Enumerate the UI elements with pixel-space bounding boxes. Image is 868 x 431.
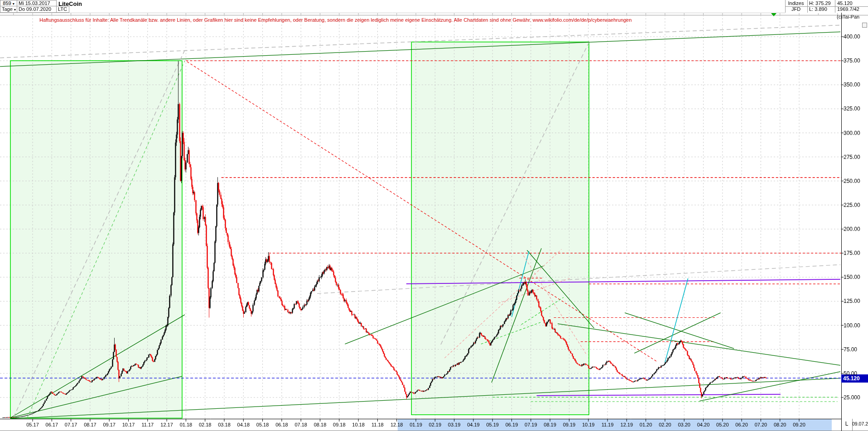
x-axis-label: 01.20 [640,422,652,427]
low-indicator-label: L [841,421,852,427]
y-axis-label: 25.000 [844,394,860,401]
period-select[interactable]: Tage ▾ [0,6,17,13]
x-axis-label: 03.20 [678,422,690,427]
x-axis-label: 04.20 [697,422,710,427]
range-info-label: 1969.7/42 [837,6,859,12]
x-axis-label: 07.19 [525,422,537,427]
y-axis-label: 300.00 [844,130,860,136]
y-axis-label: 100.00 [844,322,860,329]
copyright-label: (c)Tai-Pan [837,14,859,20]
date-to: Do 09.07.2020 [17,6,57,13]
instrument-title: LiteCoin [58,1,82,7]
x-axis-label: 10.17 [122,422,135,427]
x-axis-label: 12.18 [391,422,403,427]
x-axis-label: 09.17 [103,422,116,427]
x-axis-label: 11.19 [602,422,614,427]
x-axis-label: 05.19 [486,422,499,427]
y-axis-label: 375.00 [844,57,860,64]
indizes-label: Indizes [785,0,807,6]
x-axis-label: 08.19 [544,422,556,427]
period-high-label: H: 375.29 [809,0,831,6]
bars-count-select[interactable]: 859 ▾ [0,0,17,6]
y-axis-label: 275.00 [844,154,860,160]
disclaimer-text: Haftungsausschluss für Inhalte: Alle Tre… [39,17,632,23]
current-position-marker-icon[interactable] [771,13,776,16]
chart-window: 859 ▾ Tage ▾ Mi 15.03.2017 Do 09.07.2020… [0,0,868,431]
x-axis-label: 03.19 [448,422,461,427]
x-axis-label: 04.18 [237,422,250,427]
x-axis-label: 06.19 [506,422,518,427]
chevron-down-icon: ▾ [13,2,14,6]
y-axis-label: 175.00 [844,250,860,256]
y-axis-label: 250.00 [844,178,860,184]
last-price-header: 45.120 [837,0,853,6]
x-axis-label: 09.20 [793,422,805,427]
x-axis-label: 06.18 [275,422,288,427]
x-axis-label: 10.19 [582,422,595,427]
y-axis-label: 50.00 [844,370,857,377]
x-axis-label: 05.17 [26,422,39,427]
datafeed-label: JFD [785,6,807,12]
x-axis-label: 11.17 [141,422,154,427]
x-axis-label: 06.20 [735,422,748,427]
x-axis-label: 08.20 [774,422,786,427]
y-axis-label: 400.00 [844,34,860,40]
period-low-label: L: 3.890 [809,6,827,12]
x-axis-label: 11.18 [371,422,384,427]
x-axis-label: 08.18 [314,422,327,427]
x-axis-label: 04.19 [467,422,480,427]
last-date-label: 09.07.20 [852,421,868,426]
x-axis-label: 12.19 [621,422,633,427]
x-axis-label: 02.18 [199,422,212,427]
x-axis-label: 08.17 [84,422,96,427]
x-axis-label: 02.20 [659,422,671,427]
y-axis-label: 200.00 [844,226,860,232]
y-axis-label: 225.00 [844,202,860,208]
x-axis-label: 05.20 [716,422,729,427]
x-axis-label: 06.17 [46,422,58,427]
x-axis-label: 01.19 [410,422,422,427]
y-axis-label: 125.00 [844,298,860,304]
date-from: Mi 15.03.2017 [17,0,57,6]
chart-corner-box-icon[interactable] [862,23,867,28]
x-axis-label: 09.19 [563,422,576,427]
x-axis-label: 05.18 [256,422,269,427]
price-chart-canvas[interactable] [0,0,868,431]
x-axis-label: 01.18 [180,422,193,427]
y-axis-label: 350.00 [844,81,860,88]
x-axis-label: 03.18 [218,422,231,427]
chevron-down-icon: ▾ [14,8,16,12]
x-axis-label: 02.19 [429,422,442,427]
x-axis-label: 09.18 [333,422,346,427]
x-axis-label: 07.20 [755,422,767,427]
x-axis-label: 10.18 [352,422,365,427]
y-axis-label: 75.00 [844,346,857,353]
y-axis-label: 150.00 [844,274,860,280]
x-axis-label: 07.18 [294,422,307,427]
x-axis-label: 07.17 [65,422,77,427]
x-axis-label: 12.17 [160,422,173,427]
y-axis-label: 325.00 [844,105,860,112]
